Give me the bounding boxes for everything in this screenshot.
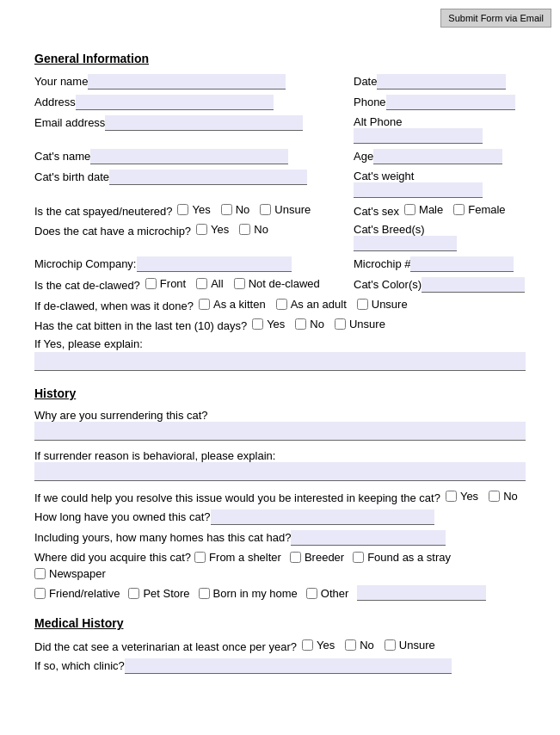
email-label: Email address bbox=[34, 116, 105, 129]
resolve-no-label: No bbox=[503, 490, 518, 503]
cats-weight-input[interactable] bbox=[354, 182, 483, 198]
address-input[interactable] bbox=[76, 95, 274, 110]
how-many-homes-input[interactable] bbox=[291, 530, 446, 546]
stray-checkbox[interactable] bbox=[353, 552, 364, 563]
resolve-yes-label: Yes bbox=[460, 490, 478, 503]
cats-breed-label: Cat's Breed(s) bbox=[354, 223, 425, 236]
not-declawed-checkbox[interactable] bbox=[234, 278, 245, 289]
spayed-unsure-checkbox[interactable] bbox=[260, 204, 271, 215]
your-name-input[interactable] bbox=[88, 74, 286, 90]
other-label: Other bbox=[321, 587, 349, 600]
shelter-label: From a shelter bbox=[209, 551, 281, 564]
declawed-all-checkbox[interactable] bbox=[196, 278, 207, 289]
alt-phone-label: Alt Phone bbox=[354, 115, 402, 128]
cats-color-label: Cat's Color(s) bbox=[354, 278, 422, 291]
declawed-front-checkbox[interactable] bbox=[145, 278, 157, 289]
bitten-unsure-checkbox[interactable] bbox=[335, 318, 346, 330]
clinic-label: If so, which clinic? bbox=[34, 659, 125, 672]
friend-checkbox[interactable] bbox=[34, 588, 46, 599]
vet-yes-label: Yes bbox=[317, 639, 335, 652]
cats-name-label: Cat's name bbox=[34, 150, 90, 163]
if-yes-explain-area bbox=[34, 352, 526, 371]
declawed-unsure-checkbox[interactable] bbox=[357, 299, 368, 310]
cats-color-input[interactable] bbox=[422, 277, 525, 293]
how-long-input[interactable] bbox=[211, 510, 434, 525]
phone-input[interactable] bbox=[386, 95, 515, 110]
declawed-adult-checkbox[interactable] bbox=[276, 299, 287, 310]
cats-breed-input[interactable] bbox=[354, 236, 457, 251]
submit-button[interactable]: Submit Form via Email bbox=[440, 9, 551, 28]
date-label: Date bbox=[354, 75, 377, 88]
date-input[interactable] bbox=[377, 74, 506, 90]
phone-label: Phone bbox=[354, 96, 386, 108]
declawed-when-label: If de-clawed, when was it done? bbox=[34, 300, 194, 312]
declawed-unsure-label: Unsure bbox=[372, 298, 408, 311]
spayed-no-checkbox[interactable] bbox=[221, 204, 232, 215]
address-label: Address bbox=[34, 96, 76, 108]
resolve-no-checkbox[interactable] bbox=[489, 491, 500, 502]
why-surrender-label: Why are you surrendering this cat? bbox=[34, 409, 208, 422]
vet-unsure-label: Unsure bbox=[399, 639, 435, 652]
not-declawed-label: Not de-clawed bbox=[249, 277, 320, 290]
alt-phone-input[interactable] bbox=[354, 128, 483, 144]
born-checkbox[interactable] bbox=[199, 588, 210, 599]
shelter-checkbox[interactable] bbox=[194, 552, 206, 563]
cats-name-input[interactable] bbox=[90, 149, 288, 164]
spayed-yes-checkbox[interactable] bbox=[177, 204, 188, 215]
vet-unsure-checkbox[interactable] bbox=[385, 639, 396, 651]
sex-male-label: Male bbox=[419, 203, 443, 216]
cats-birth-date-input[interactable] bbox=[109, 170, 307, 185]
bitten-label: Has the cat bitten in the last ten (10) … bbox=[34, 319, 247, 332]
vet-no-checkbox[interactable] bbox=[345, 639, 356, 651]
newspaper-checkbox[interactable] bbox=[34, 568, 46, 579]
friend-label: Friend/relative bbox=[49, 587, 120, 600]
cats-sex-label: Cat's sex bbox=[354, 205, 399, 218]
cats-birth-date-label: Cat's birth date bbox=[34, 170, 109, 183]
clinic-input[interactable] bbox=[125, 658, 452, 674]
newspaper-label: Newspaper bbox=[49, 567, 106, 580]
vet-no-label: No bbox=[360, 639, 374, 652]
your-name-label: Your name bbox=[34, 75, 88, 88]
declawed-front-label: Front bbox=[160, 277, 186, 290]
sex-female-checkbox[interactable] bbox=[453, 204, 465, 215]
medical-history-title: Medical History bbox=[34, 616, 526, 630]
declawed-all-label: All bbox=[211, 277, 223, 290]
where-acquired-label: Where did you acquire this cat? bbox=[34, 551, 191, 564]
breeder-label: Breeder bbox=[305, 551, 344, 564]
microchip-company-input[interactable] bbox=[137, 256, 292, 272]
microchip-yes-checkbox[interactable] bbox=[196, 224, 207, 235]
bitten-no-label: No bbox=[310, 318, 324, 330]
bitten-yes-checkbox[interactable] bbox=[252, 318, 263, 330]
sex-male-checkbox[interactable] bbox=[404, 204, 415, 215]
born-label: Born in my home bbox=[213, 587, 298, 600]
breeder-checkbox[interactable] bbox=[290, 552, 301, 563]
why-surrender-input[interactable] bbox=[34, 422, 526, 441]
bitten-yes-label: Yes bbox=[267, 318, 285, 330]
how-long-label: How long have you owned this cat? bbox=[34, 510, 211, 523]
behavioral-input[interactable] bbox=[34, 462, 526, 481]
microchip-company-label: Microchip Company: bbox=[34, 257, 137, 270]
spayed-unsure-label: Unsure bbox=[274, 203, 311, 216]
spayed-yes-label: Yes bbox=[192, 203, 210, 216]
microchip-hash-input[interactable] bbox=[410, 256, 514, 272]
vet-yes-checkbox[interactable] bbox=[302, 639, 313, 651]
pet-store-label: Pet Store bbox=[143, 587, 189, 600]
declawed-label: Is the cat de-clawed? bbox=[34, 279, 140, 292]
microchip-label: Does the cat have a microchip? bbox=[34, 225, 191, 238]
bitten-no-checkbox[interactable] bbox=[295, 318, 306, 330]
spayed-label: Is the cat spayed/neutered? bbox=[34, 205, 172, 218]
microchip-no-checkbox[interactable] bbox=[239, 224, 250, 235]
bitten-unsure-label: Unsure bbox=[349, 318, 385, 330]
other-input[interactable] bbox=[357, 585, 486, 601]
sex-female-label: Female bbox=[468, 203, 505, 216]
resolve-label: If we could help you resolve this issue … bbox=[34, 491, 440, 504]
declawed-kitten-checkbox[interactable] bbox=[199, 299, 210, 310]
resolve-yes-checkbox[interactable] bbox=[446, 491, 457, 502]
age-label: Age bbox=[354, 150, 373, 163]
email-input[interactable] bbox=[105, 115, 303, 131]
how-many-homes-label: Including yours, how many homes has this… bbox=[34, 531, 291, 544]
pet-store-checkbox[interactable] bbox=[128, 588, 139, 599]
spayed-no-label: No bbox=[236, 203, 250, 216]
other-checkbox[interactable] bbox=[306, 588, 317, 599]
age-input[interactable] bbox=[373, 149, 502, 164]
